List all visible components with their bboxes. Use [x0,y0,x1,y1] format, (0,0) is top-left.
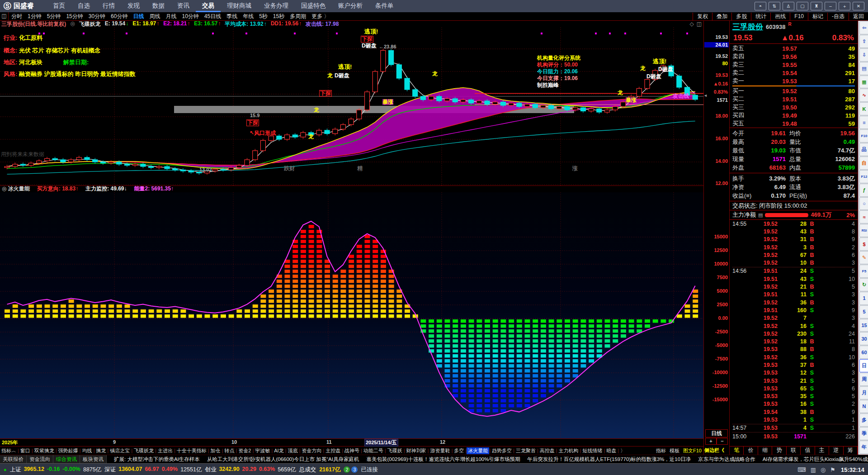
quote-tab-笔[interactable]: 笔 [730,446,744,455]
layout-icon[interactable]: ◫ [0,12,9,20]
indicator-tab-擒龙[interactable]: 擒龙 [94,447,107,454]
period-45日线[interactable]: 45日线 [202,13,224,20]
menu-item-条件单[interactable]: 条件单 [369,0,400,12]
tool--自选[interactable]: -自选 [827,13,849,20]
zoom-out-button[interactable]: − [717,438,728,445]
indicator-tab-AI龙[interactable]: AI龙 [273,447,285,454]
close-button[interactable]: ✕ [853,2,864,10]
tool-复权[interactable]: 复权 [693,13,712,20]
collapse-arrow-icon[interactable]: ◄ [703,93,708,98]
period-年线[interactable]: 年线 [240,13,256,20]
quote-tab-细[interactable]: 细 [758,446,772,455]
keyboard-icon[interactable]: ⌨ [797,466,806,473]
diamond-icon[interactable]: ◇ [689,21,693,27]
custom-icon[interactable]: 自 [859,157,868,170]
detail-icon[interactable]: ▤ [758,212,763,218]
money-icon[interactable]: $ [859,238,868,251]
zoom-in-button[interactable]: + [705,438,717,445]
indicator-tab-财神到家[interactable]: 财神到家 [405,447,428,454]
period-日线[interactable]: 日线 [130,13,146,20]
circle-icon[interactable]: ○ [859,197,868,210]
quote-tab-筹[interactable]: 筹 [844,446,858,455]
period-year-button[interactable]: 年 [859,441,868,454]
tool-标记[interactable]: 标记 [808,13,827,20]
tick-trade-list[interactable]: 14:5519.5228B419.5243B819.5231B919.523B2… [730,219,858,446]
table-icon[interactable]: ▦ [859,76,868,89]
list-icon[interactable]: ≡ [859,116,868,129]
indicator-tab-三龙聚首[interactable]: 三龙聚首 [514,447,537,454]
period-quarter-button[interactable]: 季 [859,427,868,440]
menu-item-交易[interactable]: 交易 [196,0,221,12]
calendar-icon[interactable]: ▤ [859,62,868,75]
sidebar-toggle[interactable]: 侧边栏《 [704,447,724,454]
quote-tab-主[interactable]: 主 [815,446,829,455]
period-30-button[interactable]: 30 [859,332,868,345]
candle-chart-icon[interactable]: K [859,102,868,115]
period-1分钟[interactable]: 1分钟 [25,13,44,20]
tabs-right-指标[interactable]: 指标 [656,447,666,454]
draw-icon[interactable]: ✎ [859,251,868,264]
menu-item-资讯[interactable]: 资讯 [171,0,196,12]
tool-统计[interactable]: 统计 [751,13,770,20]
quote-tab-联[interactable]: 联 [787,446,801,455]
period-更多 〉[interactable]: 更多 〉 [309,13,332,20]
period-10分钟[interactable]: 10分钟 [179,13,201,20]
period-day-button[interactable]: 日 [859,359,868,372]
message-icon[interactable]: ◓ [755,2,766,10]
tool-画线[interactable]: 画线 [770,13,790,20]
menu-item-账户分析[interactable]: 账户分析 [332,0,369,12]
indicator-tab-多空[interactable]: 多空 [453,447,465,454]
indicator-tab-主力机构[interactable]: 主力机构 [557,447,580,454]
indicator-tab-冰火量能[interactable]: 冰火量能 [467,447,489,454]
period-n-button[interactable]: N [859,400,868,413]
news-headline[interactable]: 扩展: 大模型冲击下的垂类AI生存样本 [114,456,200,463]
f12-button[interactable]: F12 [859,170,868,183]
period-月线[interactable]: 月线 [163,13,179,20]
indicator-tab-顶底[interactable]: 顶底 [286,447,299,454]
alert-icon[interactable]: ⚑ [830,466,835,473]
indicator-tab-资金2[interactable]: 资金2 [237,447,252,454]
indicator-tab-十全十美指标[interactable]: 十全十美指标 [175,447,208,454]
indicator-tab-趋势多空[interactable]: 趋势多空 [491,447,513,454]
indicator-tab-双紫擒龙[interactable]: 双紫擒龙 [33,447,56,454]
period-15-button[interactable]: 15 [859,319,868,332]
tool-叠加[interactable]: 叠加 [712,13,731,20]
menu-item-自选[interactable]: 自选 [71,0,96,12]
indicator-tab-飞碟妖[interactable]: 飞碟妖 [386,447,404,454]
maximize-button[interactable]: ＋ [839,2,850,10]
f5-button[interactable]: F5 [859,265,868,278]
news-headline[interactable]: 嘉美包装(002969)十连板！逾览连续六年增长超100%引爆市场预期 [367,456,520,463]
news-headline[interactable]: 午后突发拉升！百亿规模机器人ETF(159770)标的指数涨3%，近10日净 [527,456,691,463]
news-tab-关联报价[interactable]: 关联报价 [0,455,27,463]
index-quote-深证[interactable]: 深证13604.0766.970.49%12551亿 [104,466,202,474]
panel-icon[interactable]: ◫ [697,21,702,27]
indicator-tab-宇波敏[interactable]: 宇波敏 [254,447,271,454]
structure-icon[interactable]: 品 [859,143,868,156]
indicator-tab-主控盘[interactable]: 主控盘 [324,447,342,454]
indicator-tab-转点[interactable]: 转点 [223,447,236,454]
indicator-tab-窗口[interactable]: 窗口 [19,447,32,454]
indicator-tab-镇店之宝[interactable]: 镇店之宝 [108,447,131,454]
switch-icon[interactable]: ⇅ [769,2,780,10]
menu-item-行情[interactable]: 行情 [96,0,121,12]
tool-F10[interactable]: F10 [790,13,808,20]
period-60分钟[interactable]: 60分钟 [108,13,130,20]
period-5秒[interactable]: 5秒 [256,13,270,20]
indicator-tab-暗盘[interactable]: 暗盘 [605,447,618,454]
news-tab-综合资讯[interactable]: 综合资讯 [53,455,80,463]
target-icon[interactable]: ◎ [821,466,826,473]
scroll-up-icon[interactable]: ⇧ [859,35,868,48]
menu-item-理财商城[interactable]: 理财商城 [221,0,258,12]
news-tab-资金流向[interactable]: 资金流向 [27,455,53,463]
rsi-button[interactable]: RSI [859,224,868,237]
menu-item-业务办理[interactable]: 业务办理 [258,0,295,12]
indicator-tab-〉[interactable]: 〉 [619,447,627,454]
monitor-icon[interactable]: ▢ [797,2,808,10]
refresh-icon[interactable]: ↻ [859,278,868,291]
indicator-tab-指标︿[interactable]: 指标︿ [0,447,18,454]
period-15分钟[interactable]: 15分钟 [63,13,85,20]
tool-返回[interactable]: 返回 [849,13,868,20]
period-week-button[interactable]: 周 [859,373,868,386]
help-icon[interactable]: ♜ [811,2,822,10]
nav-back-icon[interactable]: ⇦ [859,21,868,34]
